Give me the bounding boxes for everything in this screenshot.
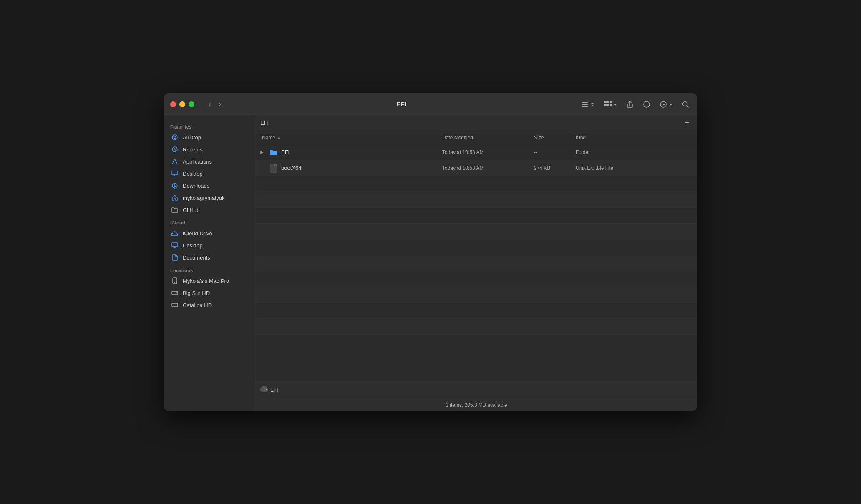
sidebar-item-icloud-desktop[interactable]: Desktop bbox=[166, 239, 252, 251]
svg-rect-3 bbox=[604, 101, 607, 103]
big-sur-disk-icon bbox=[171, 289, 179, 297]
list-view-button[interactable] bbox=[579, 99, 597, 110]
add-button[interactable]: + bbox=[681, 118, 692, 128]
traffic-lights bbox=[170, 101, 194, 107]
svg-point-25 bbox=[176, 292, 177, 293]
empty-row bbox=[255, 255, 697, 271]
file-name: bootX64 bbox=[281, 165, 301, 171]
sidebar-item-label: mykolagrymalyuk bbox=[183, 195, 224, 201]
file-date: Today at 10:58 AM bbox=[442, 165, 534, 171]
table-row[interactable]: ▶ EFI Today at 10:58 AM -- Folder bbox=[255, 144, 697, 160]
file-kind: Folder bbox=[576, 149, 694, 155]
sidebar-item-label: Applications bbox=[183, 159, 212, 165]
desktop-icon bbox=[171, 170, 179, 177]
sidebar-item-documents[interactable]: Documents bbox=[166, 252, 252, 263]
more-button[interactable] bbox=[658, 99, 674, 110]
sidebar-item-label: Desktop bbox=[183, 242, 203, 249]
bottom-drive-icon bbox=[260, 386, 268, 394]
file-area: EFI + Name ▲ Date Modified Size Kind bbox=[255, 115, 697, 411]
empty-row bbox=[255, 303, 697, 319]
forward-button[interactable]: › bbox=[216, 98, 224, 110]
svg-point-23 bbox=[174, 282, 175, 283]
nav-buttons: ‹ › bbox=[206, 98, 224, 110]
applications-icon bbox=[171, 158, 179, 165]
svg-rect-21 bbox=[172, 243, 178, 247]
tag-button[interactable] bbox=[641, 99, 652, 110]
column-headers: Name ▲ Date Modified Size Kind bbox=[255, 131, 697, 144]
back-button[interactable]: ‹ bbox=[206, 98, 214, 110]
kind-header[interactable]: Kind bbox=[576, 135, 694, 141]
empty-row bbox=[255, 271, 697, 287]
close-button[interactable] bbox=[170, 101, 176, 107]
main-area: Favorites AirDrop bbox=[164, 115, 697, 411]
search-icon bbox=[682, 101, 689, 108]
date-header[interactable]: Date Modified bbox=[442, 135, 534, 141]
sidebar-item-recents[interactable]: Recents bbox=[166, 144, 252, 155]
svg-rect-2 bbox=[582, 106, 588, 107]
file-size: -- bbox=[534, 149, 576, 155]
sidebar-item-label: Recents bbox=[183, 146, 203, 153]
empty-row bbox=[255, 224, 697, 239]
empty-row bbox=[255, 176, 697, 192]
size-header[interactable]: Size bbox=[534, 135, 576, 141]
icloud-drive-icon bbox=[171, 229, 179, 237]
sidebar-item-desktop[interactable]: Desktop bbox=[166, 168, 252, 179]
share-icon bbox=[626, 100, 634, 108]
sidebar-item-catalina[interactable]: Catalina HD bbox=[166, 299, 252, 311]
empty-row bbox=[255, 319, 697, 335]
empty-row bbox=[255, 192, 697, 208]
status-bar: 2 items, 205.3 MB available bbox=[255, 399, 697, 411]
sidebar-item-airdrop[interactable]: AirDrop bbox=[166, 131, 252, 143]
svg-point-27 bbox=[176, 305, 177, 305]
unix-file-icon bbox=[269, 164, 278, 172]
sidebar-item-label: Desktop bbox=[183, 171, 203, 177]
svg-point-12 bbox=[663, 103, 664, 104]
svg-rect-4 bbox=[607, 101, 609, 103]
minimize-button[interactable] bbox=[179, 101, 185, 107]
search-button[interactable] bbox=[680, 99, 691, 110]
name-header[interactable]: Name ▲ bbox=[259, 135, 442, 141]
share-button[interactable] bbox=[624, 98, 635, 110]
svg-rect-1 bbox=[582, 104, 588, 105]
sidebar-item-home[interactable]: mykolagrymalyuk bbox=[166, 192, 252, 204]
bottom-path-item[interactable]: EFI bbox=[260, 386, 278, 394]
tag-icon bbox=[643, 101, 650, 108]
sidebar-item-icloud-drive[interactable]: iCloud Drive bbox=[166, 227, 252, 239]
sidebar-item-mac-pro[interactable]: Mykola's's Mac Pro bbox=[166, 275, 252, 287]
mac-pro-icon bbox=[171, 277, 179, 285]
locations-label: Locations bbox=[164, 264, 255, 275]
file-list: ▶ EFI Today at 10:58 AM -- Folder bbox=[255, 144, 697, 381]
sidebar-item-label: Catalina HD bbox=[183, 302, 212, 308]
favorites-label: Favorites bbox=[164, 120, 255, 131]
recents-icon bbox=[171, 146, 179, 153]
sidebar-item-downloads[interactable]: Downloads bbox=[166, 180, 252, 192]
path-bar: EFI + bbox=[255, 115, 697, 131]
airdrop-icon bbox=[171, 134, 179, 141]
sidebar-item-applications[interactable]: Applications bbox=[166, 156, 252, 167]
sidebar-item-big-sur[interactable]: Big Sur HD bbox=[166, 287, 252, 299]
sidebar-item-github[interactable]: GitHub bbox=[166, 204, 252, 216]
svg-line-15 bbox=[687, 106, 688, 107]
more-icon bbox=[660, 101, 668, 108]
svg-rect-19 bbox=[172, 171, 178, 175]
maximize-button[interactable] bbox=[189, 101, 194, 107]
downloads-icon bbox=[171, 182, 179, 189]
svg-rect-7 bbox=[607, 104, 609, 106]
file-name-column: ▶ EFI bbox=[259, 148, 442, 156]
catalina-disk-icon bbox=[171, 301, 179, 309]
svg-rect-8 bbox=[610, 104, 612, 106]
sort-arrows-icon bbox=[590, 102, 595, 107]
bottom-bar: EFI bbox=[255, 381, 697, 399]
sort-arrow-icon: ▲ bbox=[277, 135, 281, 140]
more-dropdown-icon bbox=[669, 102, 672, 106]
svg-rect-5 bbox=[610, 101, 612, 103]
table-row[interactable]: bootX64 Today at 10:58 AM 274 KB Unix Ex… bbox=[255, 160, 697, 176]
file-name-column: bootX64 bbox=[259, 164, 442, 172]
grid-view-button[interactable] bbox=[602, 99, 619, 110]
home-icon bbox=[171, 194, 179, 202]
sidebar-item-label: Documents bbox=[183, 255, 210, 261]
sidebar-item-label: Mykola's's Mac Pro bbox=[183, 278, 229, 284]
documents-icon bbox=[171, 254, 179, 261]
expand-arrow-icon[interactable]: ▶ bbox=[260, 150, 266, 154]
file-date: Today at 10:58 AM bbox=[442, 149, 534, 155]
